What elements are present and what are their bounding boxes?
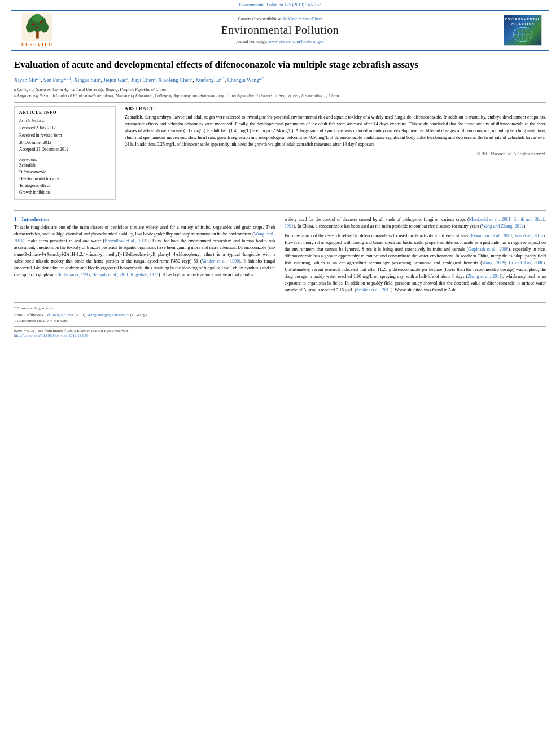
- intro-para-1: Triazole fungicides are one of the main …: [14, 224, 275, 278]
- divider-2: [14, 210, 546, 211]
- accepted-date: Accepted 21 December 2012: [19, 146, 111, 154]
- ref-vanden[interactable]: Vanden et al., 1990: [202, 259, 239, 264]
- received-date: Received 2 July 2012: [19, 125, 111, 132]
- svg-point-4: [40, 22, 49, 32]
- ref-yun[interactable]: Yun et al., 2012: [514, 233, 543, 238]
- journal-title-block: Contents lists available at SciVerse Sci…: [64, 16, 496, 44]
- ref-wang-2009[interactable]: Wang, 2009: [482, 260, 505, 265]
- journal-homepage: journal homepage: www.elsevier.com/locat…: [64, 39, 496, 44]
- email-note: E-mail addresses: lxf1966@263.net (X. Li…: [14, 312, 546, 318]
- authors-line: Xiyan Mua,1, Sen Panga,b,1, Xingze Suna,…: [14, 76, 546, 85]
- affiliation-1: a College of Sciences, China Agricultura…: [14, 87, 546, 93]
- journal-main-title: Environmental Pollution: [64, 24, 496, 37]
- affiliations: a College of Sciences, China Agricultura…: [14, 87, 546, 99]
- keywords-label: Keywords:: [19, 157, 111, 162]
- body-section: 1. Introduction Triazole fungicides are …: [14, 216, 546, 296]
- ref-ragsdale[interactable]: Ragsdale, 1977: [130, 272, 158, 277]
- svg-point-8: [36, 27, 38, 29]
- footnotes: * Corresponding authors. E-mail addresse…: [14, 302, 546, 324]
- ref-li-liu[interactable]: Li and Liu, 2006: [509, 260, 543, 265]
- svg-point-6: [32, 23, 34, 25]
- top-bar: Environmental Pollution 175 (2013) 147–1…: [0, 0, 560, 8]
- email-wang[interactable]: Wangchengju@cau.edu.cn: [87, 313, 129, 317]
- keyword-3: Developmental toxicity: [19, 176, 111, 182]
- keyword-1: Zebrafish: [19, 162, 111, 169]
- article-info-box: ARTICLE INFO Article history: Received 2…: [14, 106, 116, 200]
- ref-zhang-2011[interactable]: Zhang et al., 2011: [467, 274, 501, 279]
- keyword-4: Teratogenic effect: [19, 182, 111, 189]
- author-xiyan: Xiyan Mu: [14, 77, 36, 83]
- ref-munkvold[interactable]: Munkvold et al., 2001: [469, 217, 511, 222]
- abstract-column: ABSTRACT Zebrafish, during embryo, larva…: [125, 106, 546, 204]
- copyright-line: © 2013 Elsevier Ltd. All rights reserved…: [125, 151, 546, 156]
- journal-header: ELSEVIER Contents lists available at Sci…: [11, 10, 549, 51]
- author-jiejun: Jiejun Gao: [103, 77, 126, 83]
- email-label: E-mail addresses:: [14, 312, 45, 317]
- ref-wang-zhang[interactable]: Wang and Zhang, 2012: [482, 224, 523, 229]
- footer-bar: 0269-7491/$ – see front matter © 2013 El…: [14, 326, 546, 338]
- author-xiaofeng: Xiaofeng Chen: [158, 77, 191, 83]
- sciverse-line: Contents lists available at SciVerse Sci…: [64, 16, 496, 21]
- revised-label: Received in revised form: [19, 132, 111, 139]
- sciverse-label: Contents lists available at: [238, 16, 282, 21]
- journal-info: Environmental Pollution 175 (2013) 147–1…: [239, 2, 321, 7]
- svg-rect-1: [36, 31, 38, 39]
- revised-date: 20 December 2012: [19, 139, 111, 147]
- contribution-note: 1 Contributed equally to this work.: [14, 318, 546, 324]
- affiliation-2: b Engineering Research Center of Plant G…: [14, 93, 546, 99]
- author-xuefeng: Xuefeng Li: [195, 77, 220, 83]
- page-wrapper: Environmental Pollution 175 (2013) 147–1…: [0, 0, 560, 338]
- ref-schafer[interactable]: Schäfer et al., 2011: [356, 287, 391, 292]
- ref-buchenauer[interactable]: Buchenauer, 1995: [57, 272, 90, 277]
- section-1-heading: 1. Introduction: [14, 216, 275, 222]
- email-lxf[interactable]: lxf1966@263.net: [46, 313, 73, 317]
- intro-para-2: widely used for the control of diseases …: [285, 216, 546, 230]
- section-1-number: 1.: [14, 216, 18, 222]
- sciverse-link[interactable]: SciVerse ScienceDirect: [282, 16, 322, 21]
- info-abstract-section: ARTICLE INFO Article history: Received 2…: [14, 106, 546, 204]
- badge-globe-icon: [512, 26, 533, 43]
- article-title: Evaluation of acute and developmental ef…: [14, 59, 546, 71]
- author-sen: Sen Pang: [43, 77, 64, 83]
- svg-point-7: [40, 21, 42, 24]
- author-xingze: Xingze Sun: [74, 77, 99, 83]
- doi-link[interactable]: http://dx.doi.org/10.1016/j.envpol.2012.…: [14, 333, 89, 338]
- badge-title: ENVIRONMENTALPOLLUTION: [505, 18, 541, 25]
- divider-1: [14, 102, 546, 103]
- journal-badge-image: ENVIRONMENTALPOLLUTION: [504, 15, 542, 46]
- homepage-label: journal homepage:: [236, 39, 268, 44]
- article-info-title: ARTICLE INFO: [19, 110, 111, 115]
- author-chengju: Chengju Wang: [228, 77, 259, 83]
- article-content: Evaluation of acute and developmental ef…: [0, 59, 560, 338]
- elsevier-wordmark: ELSEVIER: [21, 42, 53, 47]
- ref-hamada[interactable]: Hamada et al., 2011: [92, 272, 128, 277]
- keyword-2: Difenoconazole: [19, 169, 111, 176]
- intro-para-3: For now, much of the research related to…: [285, 233, 546, 294]
- keyword-5: Growth inhibition: [19, 189, 111, 196]
- abstract-text: Zebrafish, during embryo, larvae and adu…: [125, 114, 546, 148]
- journal-badge: ENVIRONMENTALPOLLUTION: [500, 15, 545, 46]
- elsevier-tree-icon: [20, 13, 54, 41]
- abstract-title: ABSTRACT: [125, 106, 546, 111]
- article-info-column: ARTICLE INFO Article history: Received 2…: [14, 106, 116, 204]
- ref-bromillow[interactable]: Bromillow et al., 1999: [104, 238, 147, 243]
- svg-point-5: [32, 14, 42, 23]
- history-label: Article history:: [19, 117, 111, 125]
- author-jiayi: Jiayi Chen: [131, 77, 154, 83]
- ref-rekanovic[interactable]: Rekanović et al., 2010: [471, 233, 512, 238]
- elsevier-logo: ELSEVIER: [15, 13, 60, 47]
- keywords-section: Keywords: Zebrafish Difenoconazole Devel…: [19, 157, 111, 196]
- article-dates: Article history: Received 2 July 2012 Re…: [19, 117, 111, 154]
- ref-gopinath[interactable]: Gopinath et al., 2006: [468, 247, 508, 252]
- body-left-column: 1. Introduction Triazole fungicides are …: [14, 216, 275, 296]
- homepage-url[interactable]: www.elsevier.com/locate/envpol: [269, 39, 324, 44]
- issn-line: 0269-7491/$ – see front matter © 2013 El…: [14, 329, 129, 333]
- corresponding-authors-note: * Corresponding authors.: [14, 305, 546, 312]
- body-right-column: widely used for the control of diseases …: [285, 216, 546, 296]
